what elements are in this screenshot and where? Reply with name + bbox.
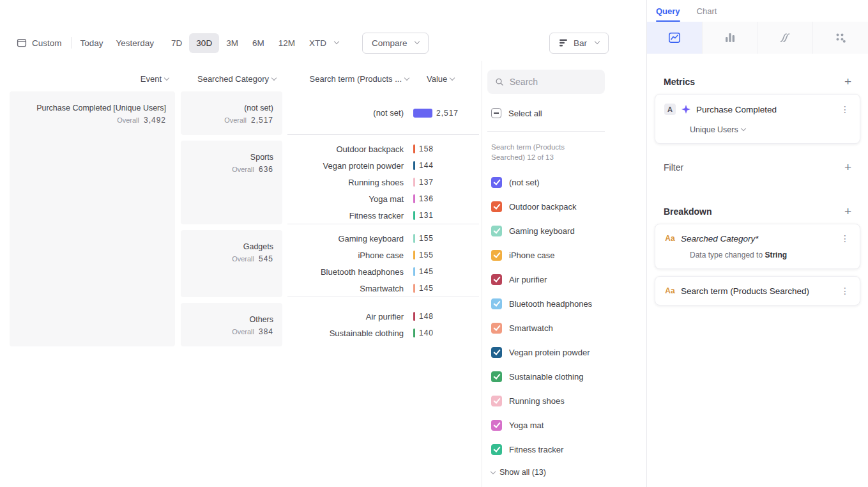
segment-label: Outdoor backpack [509, 202, 577, 212]
chart-type-select[interactable]: Bar [549, 33, 609, 54]
calendar-icon [17, 38, 27, 48]
range-3m[interactable]: 3M [219, 33, 245, 53]
term-row[interactable]: (not set)2,517 [287, 105, 479, 121]
report-type-insights[interactable] [647, 22, 703, 54]
panel-tabs: Query Chart [647, 0, 868, 22]
series-badge: A [664, 104, 676, 115]
show-all-toggle[interactable]: Show all (13) [491, 468, 646, 477]
search-box[interactable] [487, 70, 605, 94]
segment-filter-item[interactable]: Bluetooth headphones [487, 291, 646, 316]
report-type-flows[interactable] [758, 22, 814, 54]
segment-label: (not set) [509, 178, 540, 187]
segment-filter-item[interactable]: Vegan protein powder [487, 340, 646, 364]
value-label: 140 [419, 329, 434, 337]
segment-filter-item[interactable]: Smartwatch [487, 316, 646, 340]
compare-button[interactable]: Compare [362, 33, 429, 54]
breakdown-menu-button[interactable]: ⋮ [839, 233, 851, 244]
chevron-down-icon [415, 39, 420, 44]
segment-filter-item[interactable]: Air purifier [487, 267, 646, 291]
term-row[interactable]: Gaming keyboard155 [287, 230, 479, 247]
search-icon [495, 77, 504, 87]
segment-checkbox[interactable] [491, 420, 502, 431]
today-button[interactable]: Today [74, 33, 110, 53]
event-cell[interactable]: Purchase Completed [Unique Users] Overal… [10, 91, 175, 346]
term-row[interactable]: Smartwatch145 [287, 280, 479, 297]
segment-filter-item[interactable]: Outdoor backpack [487, 194, 646, 219]
breakdown-menu-button[interactable]: ⋮ [839, 286, 851, 296]
value-bar [413, 109, 432, 118]
flows-icon [779, 31, 791, 44]
column-header-category[interactable]: Searched Category [181, 74, 282, 84]
range-xtd[interactable]: XTD [302, 33, 346, 53]
segment-filter-item[interactable]: Fitness tracker [487, 437, 646, 461]
term-row[interactable]: iPhone case155 [287, 247, 479, 263]
segment-checkbox[interactable] [491, 371, 502, 382]
tab-query[interactable]: Query [656, 0, 680, 22]
column-header-event[interactable]: Event [10, 74, 175, 84]
term-row[interactable]: Bluetooth headphones145 [287, 263, 479, 280]
select-all-row[interactable]: Select all [491, 108, 646, 118]
column-header-value[interactable]: Value [414, 74, 454, 84]
segment-filter-item[interactable]: Gaming keyboard [487, 219, 646, 243]
category-name: (not set) [190, 103, 273, 114]
category-cell[interactable]: (not set)Overall2,517 [181, 91, 282, 135]
term-row[interactable]: Fitness tracker131 [287, 207, 479, 224]
term-label: Sustainable clothing [287, 329, 404, 338]
report-type-retention[interactable] [813, 22, 868, 54]
compare-label: Compare [372, 38, 407, 48]
segment-checkbox[interactable] [491, 250, 502, 261]
search-input[interactable] [510, 77, 597, 87]
term-row[interactable]: Air purifier148 [287, 308, 479, 325]
segment-label: Running shoes [509, 396, 565, 406]
segment-filter-item[interactable]: Running shoes [487, 389, 646, 413]
tab-chart[interactable]: Chart [697, 0, 717, 22]
term-row[interactable]: Yoga mat136 [287, 190, 479, 207]
segment-checkbox[interactable] [491, 201, 502, 212]
segment-checkbox[interactable] [491, 274, 502, 285]
category-cell[interactable]: SportsOverall636 [181, 141, 282, 224]
segment-filter-item[interactable]: iPhone case [487, 243, 646, 267]
segment-checkbox[interactable] [491, 396, 502, 406]
segment-checkbox[interactable] [491, 323, 502, 334]
segment-filter-item[interactable]: Sustainable clothing [487, 364, 646, 389]
segment-filter-item[interactable]: (not set) [487, 170, 646, 194]
segment-filter-item[interactable]: Yoga mat [487, 413, 646, 437]
metric-menu-button[interactable]: ⋮ [839, 104, 851, 114]
term-row[interactable]: Running shoes137 [287, 174, 479, 190]
add-breakdown-button[interactable]: + [844, 206, 851, 217]
range-7d[interactable]: 7D [164, 33, 189, 53]
segment-checkbox[interactable] [491, 298, 502, 309]
report-type-funnels[interactable] [703, 22, 758, 54]
segment-checkbox[interactable] [491, 444, 502, 455]
term-row[interactable]: Vegan protein powder144 [287, 157, 479, 174]
query-builder-panel: Query Chart [646, 0, 868, 487]
measure-select[interactable]: Unique Users [690, 125, 851, 134]
segment-label: Sustainable clothing [509, 372, 583, 382]
segment-checkbox[interactable] [491, 177, 502, 188]
breakdown-card[interactable]: Aa Search term (Products Searched) ⋮ [655, 276, 860, 305]
value-label: 148 [419, 312, 434, 321]
category-overall: Overall636 [190, 164, 273, 175]
term-row[interactable]: Outdoor backpack158 [287, 141, 479, 157]
segment-checkbox[interactable] [491, 347, 502, 358]
event-overall: Overall3,492 [19, 115, 166, 126]
breakdown-card[interactable]: Aa Searched Category* ⋮ Data type change… [655, 224, 860, 269]
range-30d[interactable]: 30D [189, 33, 219, 53]
segment-label: Fitness tracker [509, 445, 563, 454]
segment-label: Smartwatch [509, 323, 553, 333]
category-cell[interactable]: GadgetsOverall545 [181, 230, 282, 297]
yesterday-button[interactable]: Yesterday [110, 33, 161, 53]
column-header-search-term[interactable]: Search term (Products ... [287, 74, 409, 84]
metric-card[interactable]: A Purchase Completed ⋮ Unique Users [655, 94, 860, 144]
value-label: 131 [419, 211, 434, 220]
term-row[interactable]: Sustainable clothing140 [287, 325, 479, 341]
category-cell[interactable]: OthersOverall384 [181, 303, 282, 346]
add-metric-button[interactable]: + [844, 77, 851, 87]
range-6m[interactable]: 6M [245, 33, 271, 53]
custom-date-button[interactable]: Custom [10, 33, 68, 53]
string-type-icon: Aa [664, 286, 676, 295]
add-filter-button[interactable]: + [844, 162, 851, 173]
select-all-checkbox[interactable] [491, 108, 501, 118]
segment-checkbox[interactable] [491, 226, 502, 236]
range-12m[interactable]: 12M [271, 33, 302, 53]
